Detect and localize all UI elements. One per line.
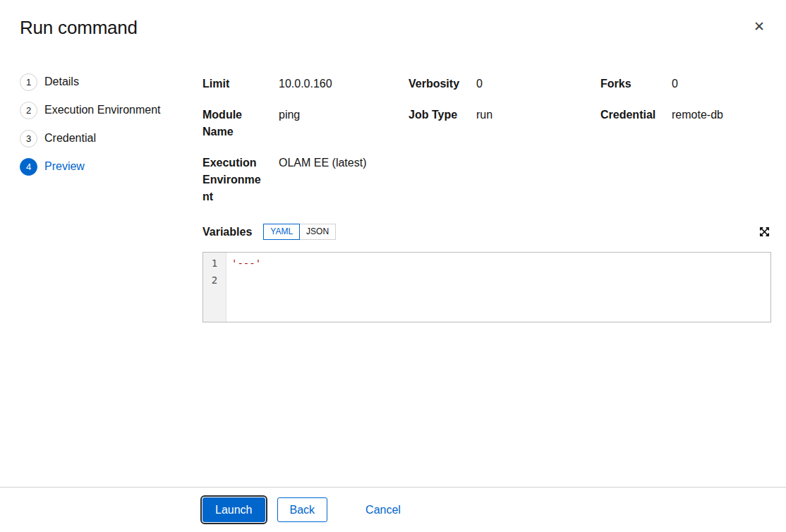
wizard-step-execution-environment[interactable]: 2 Execution Environment bbox=[20, 96, 165, 124]
field-value: remote-db bbox=[672, 107, 771, 140]
editor-gutter: 1 2 bbox=[203, 253, 226, 322]
field-value: 10.0.0.160 bbox=[279, 75, 397, 92]
field-label: Forks bbox=[600, 75, 660, 92]
step-label: Details bbox=[44, 75, 79, 88]
close-icon: ✕ bbox=[754, 19, 765, 34]
step-label: Execution Environment bbox=[44, 104, 161, 116]
json-toggle-button[interactable]: JSON bbox=[299, 224, 336, 240]
variables-label: Variables bbox=[202, 226, 252, 238]
field-label: Job Type bbox=[409, 107, 465, 140]
cancel-button[interactable]: Cancel bbox=[360, 498, 406, 521]
wizard-step-details[interactable]: 1 Details bbox=[20, 68, 165, 96]
step-number-badge: 3 bbox=[20, 130, 37, 147]
wizard-body: 1 Details 2 Execution Environment 3 Cred… bbox=[0, 56, 786, 487]
modal-header: Run command ✕ bbox=[0, 0, 786, 56]
field-value: 0 bbox=[476, 75, 589, 92]
field-label: Module Name bbox=[202, 107, 267, 140]
expand-button[interactable] bbox=[758, 225, 771, 238]
run-command-modal: Run command ✕ 1 Details 2 Execution Envi… bbox=[0, 0, 786, 532]
close-button[interactable]: ✕ bbox=[749, 16, 769, 37]
field-value: run bbox=[476, 107, 589, 140]
line-number: 1 bbox=[203, 255, 226, 272]
code-line bbox=[231, 272, 770, 289]
wizard-step-preview[interactable]: 4 Preview bbox=[20, 152, 165, 181]
wizard-nav: 1 Details 2 Execution Environment 3 Cred… bbox=[0, 56, 174, 487]
launch-button[interactable]: Launch bbox=[202, 497, 265, 522]
step-label: Credential bbox=[44, 132, 96, 145]
field-value: 0 bbox=[672, 75, 771, 92]
step-number-badge: 4 bbox=[20, 158, 37, 176]
expand-arrows-icon bbox=[759, 226, 770, 237]
field-label: Limit bbox=[202, 75, 267, 92]
yaml-toggle-button[interactable]: YAML bbox=[263, 224, 300, 240]
wizard-footer: Launch Back Cancel bbox=[0, 487, 786, 532]
field-value: OLAM EE (latest) bbox=[279, 155, 397, 205]
editor-code-area[interactable]: '---' bbox=[226, 253, 770, 322]
wizard-step-credential[interactable]: 3 Credential bbox=[20, 124, 165, 152]
variables-editor[interactable]: 1 2 '---' bbox=[202, 252, 771, 322]
back-button[interactable]: Back bbox=[277, 497, 328, 522]
format-toggle-group: YAML JSON bbox=[263, 224, 336, 240]
field-label: Execution Environment bbox=[202, 155, 267, 205]
step-label: Preview bbox=[44, 160, 85, 173]
step-number-badge: 2 bbox=[20, 102, 37, 119]
field-label: Verbosity bbox=[409, 75, 465, 92]
variables-header-row: Variables YAML JSON bbox=[202, 224, 771, 240]
preview-details: Limit 10.0.0.160 Verbosity 0 Forks 0 Mod… bbox=[202, 75, 771, 205]
line-number: 2 bbox=[203, 272, 226, 289]
field-label: Credential bbox=[600, 107, 660, 140]
page-title: Run command bbox=[20, 17, 766, 39]
field-value: ping bbox=[279, 107, 397, 140]
step-number-badge: 1 bbox=[20, 73, 37, 91]
code-line: '---' bbox=[231, 255, 770, 272]
preview-panel: Limit 10.0.0.160 Verbosity 0 Forks 0 Mod… bbox=[174, 56, 786, 487]
